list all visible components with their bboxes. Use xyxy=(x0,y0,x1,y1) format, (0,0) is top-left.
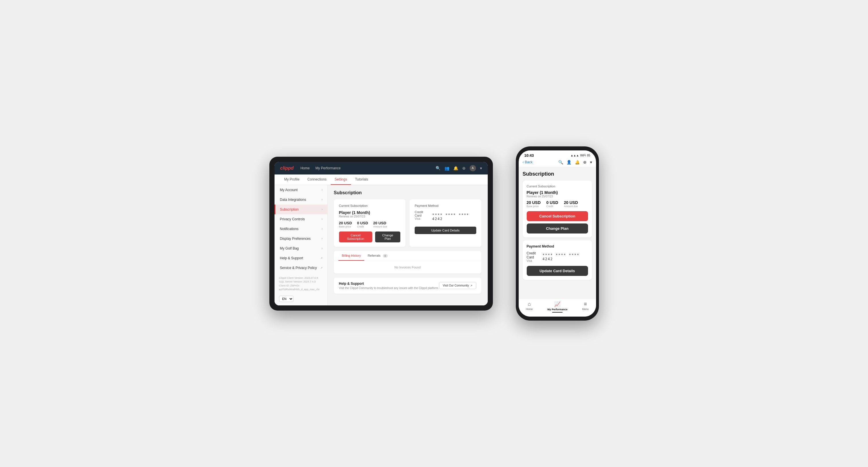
nav-links: Home My Performance xyxy=(301,166,429,170)
sidebar-item-privacy-controls[interactable]: Privacy Controls › xyxy=(275,214,327,224)
external-link-icon: ↗ xyxy=(320,267,323,269)
change-plan-button[interactable]: Change Plan xyxy=(375,231,400,242)
card-number: **** **** **** 4242 xyxy=(432,213,476,221)
cancel-subscription-button[interactable]: Cancel Subscription xyxy=(339,231,372,242)
phone-base-price: 20 USD Base price xyxy=(527,200,541,208)
amount-due: 20 USD Amount due xyxy=(373,221,387,228)
avatar[interactable]: A xyxy=(470,165,476,171)
page-title: Subscription xyxy=(334,190,482,195)
tab-settings[interactable]: Settings xyxy=(331,175,351,185)
phone-amount-due: 20 USD Amount due xyxy=(564,200,578,208)
sidebar-label-display-preferences: Display Preferences xyxy=(280,237,311,241)
sidebar-item-help-support[interactable]: Help & Support ↗ xyxy=(275,253,327,263)
sidebar-item-my-account[interactable]: My Account › xyxy=(275,185,327,195)
users-icon[interactable]: 👥 xyxy=(444,166,449,170)
sidebar-item-display-preferences[interactable]: Display Preferences › xyxy=(275,234,327,244)
phone-current-sub-label: Current Subscription xyxy=(527,185,588,188)
base-price: 20 USD Base price xyxy=(339,221,352,228)
chevron-down-icon: ▾ xyxy=(590,160,592,164)
external-link-icon: ↗ xyxy=(470,284,472,287)
billing-history-tab[interactable]: Billing History xyxy=(338,251,365,261)
status-time: 10:43 xyxy=(524,153,534,158)
sidebar-item-data-integrations[interactable]: Data Integrations › xyxy=(275,195,327,205)
menu-icon: ≡ xyxy=(584,301,587,307)
phone-nav-my-performance[interactable]: 📈 My Performance xyxy=(547,301,567,313)
tablet-navbar: clippd Home My Performance 🔍 👥 🔔 ⊕ A ▾ xyxy=(275,162,488,175)
base-price-amount: 20 USD xyxy=(339,221,352,225)
chevron-right-icon: › xyxy=(321,237,322,240)
performance-label: My Performance xyxy=(547,308,567,311)
base-price-label: Base price xyxy=(339,225,352,228)
language-selector[interactable]: EN xyxy=(279,296,323,302)
billing-section: Billing History Referrals 0 No Invoices … xyxy=(334,251,482,274)
language-dropdown[interactable]: EN xyxy=(279,296,293,302)
settings-tabs: My Profile Connections Settings Tutorial… xyxy=(275,175,488,185)
phone-credit-label: Credit xyxy=(547,205,558,208)
active-indicator xyxy=(552,312,562,313)
phone-subscription-card: Current Subscription Player (1 Month) Re… xyxy=(523,181,592,238)
sidebar-item-notifications[interactable]: Notifications › xyxy=(275,224,327,234)
tablet-screen: clippd Home My Performance 🔍 👥 🔔 ⊕ A ▾ M… xyxy=(275,162,488,305)
globe-icon[interactable]: ⊕ xyxy=(462,166,466,170)
tablet-device: clippd Home My Performance 🔍 👥 🔔 ⊕ A ▾ M… xyxy=(269,157,493,311)
phone-cancel-subscription-button[interactable]: Cancel Subscription xyxy=(527,211,588,221)
battery-icon: 85 xyxy=(587,154,590,157)
phone-nav-menu[interactable]: ≡ Menu xyxy=(582,301,589,313)
phone-credit-amount: 0 USD xyxy=(547,200,558,205)
help-content: Help & Support Visit the Clippd Communit… xyxy=(339,282,439,290)
credit-label: Credit xyxy=(357,225,368,228)
tab-my-profile[interactable]: My Profile xyxy=(280,175,304,185)
chevron-right-icon: › xyxy=(321,217,322,221)
nav-my-performance[interactable]: My Performance xyxy=(315,166,341,170)
phone-change-plan-button[interactable]: Change Plan xyxy=(527,223,588,234)
phone-bottom-nav: ⌂ Home 📈 My Performance ≡ Menu xyxy=(519,299,596,317)
search-icon[interactable]: 🔍 xyxy=(436,166,440,170)
phone-plan-name: Player (1 Month) xyxy=(527,190,588,195)
visit-community-button[interactable]: Visit Our Community ↗ xyxy=(439,282,476,289)
phone-screen: 10:43 ▲▲▲ WiFi 85 ‹ Back 🔍 👤 🔔 ⊕ ▾ Su xyxy=(519,150,596,317)
phone-update-card-button[interactable]: Update Card Details xyxy=(527,266,588,276)
update-card-button[interactable]: Update Card Details xyxy=(415,227,476,234)
phone-payment-card: Payment Method Credit Card Visa **** ***… xyxy=(523,240,592,280)
external-link-icon: ↗ xyxy=(320,257,323,259)
search-icon[interactable]: 🔍 xyxy=(558,160,563,164)
referrals-tab[interactable]: Referrals 0 xyxy=(364,251,391,261)
sidebar-item-service-privacy[interactable]: Service & Privacy Policy ↗ xyxy=(275,263,327,273)
sidebar-label-help-support: Help & Support xyxy=(280,256,303,260)
status-icons: ▲▲▲ WiFi 85 xyxy=(570,154,590,157)
credit-amount: 0 USD xyxy=(357,221,368,225)
phone-credit: 0 USD Credit xyxy=(547,200,558,208)
sidebar-footer: Clippd Client Version: 2023.07.6-8 GQL S… xyxy=(275,273,327,293)
sidebar-item-subscription[interactable]: Subscription › xyxy=(275,205,327,214)
payment-type: Credit Card xyxy=(415,210,429,217)
menu-label: Menu xyxy=(582,308,589,311)
bell-icon[interactable]: 🔔 xyxy=(575,160,580,164)
plus-icon[interactable]: ⊕ xyxy=(583,160,587,164)
back-button[interactable]: ‹ Back xyxy=(523,160,533,164)
sidebar-label-my-golf-bag: My Golf Bag xyxy=(280,246,299,250)
status-bar: 10:43 ▲▲▲ WiFi 85 xyxy=(519,150,596,159)
chevron-right-icon: › xyxy=(321,247,322,250)
users-icon[interactable]: 👤 xyxy=(566,160,571,164)
nav-home[interactable]: Home xyxy=(301,166,310,170)
signal-icon: ▲▲▲ xyxy=(570,154,579,157)
billing-tabs: Billing History Referrals 0 xyxy=(334,251,482,261)
bell-icon[interactable]: 🔔 xyxy=(453,166,458,170)
sidebar-item-my-golf-bag[interactable]: My Golf Bag › xyxy=(275,244,327,253)
home-icon: ⌂ xyxy=(528,301,531,307)
phone-nav-home[interactable]: ⌂ Home xyxy=(526,301,533,313)
phone-payment-brand: Visa xyxy=(527,259,542,262)
tab-tutorials[interactable]: Tutorials xyxy=(351,175,372,185)
phone-page-title: Subscription xyxy=(523,171,592,177)
phone-base-label: Base price xyxy=(527,205,541,208)
wifi-icon: WiFi xyxy=(580,154,586,157)
sidebar: My Account › Data Integrations › Subscri… xyxy=(275,185,328,305)
payment-info: Credit Card Visa xyxy=(415,210,429,220)
current-subscription-card: Current Subscription Player (1 Month) Re… xyxy=(334,199,406,247)
tab-connections[interactable]: Connections xyxy=(304,175,331,185)
payment-method-label: Payment Method xyxy=(415,204,476,208)
server-version: GQL Server Version: 2023.7.4.3 xyxy=(279,280,323,284)
payment-brand: Visa xyxy=(415,217,429,220)
phone-card-number: **** **** **** 4242 xyxy=(542,253,588,261)
phone-payment-title: Payment Method xyxy=(527,244,588,248)
